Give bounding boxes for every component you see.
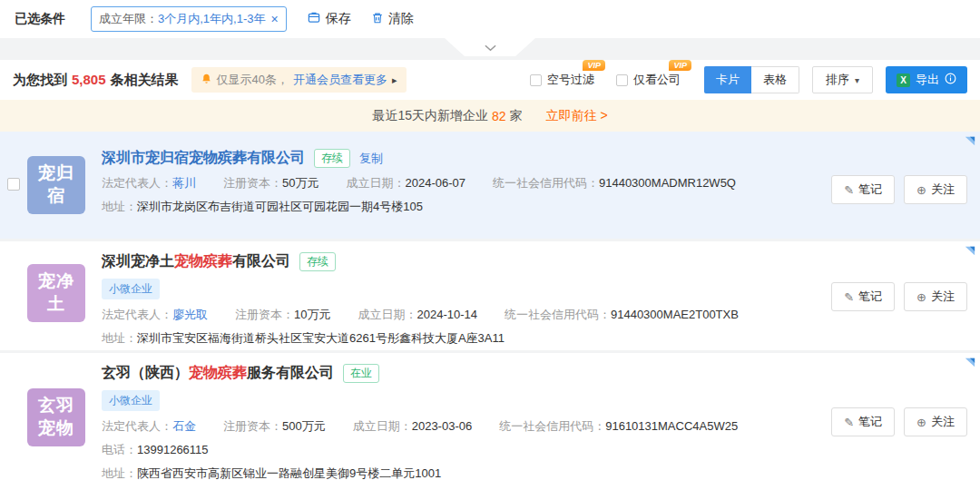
address-value: 深圳市宝安区福海街道桥头社区宝安大道6261号彤鑫科技大厦A座3A11 xyxy=(137,331,505,345)
company-info-row: 法定代表人：廖光取 注册资本：10万元 成立日期：2024-10-14 统一社会… xyxy=(102,307,739,323)
company-name-row: 深圳宠净土宠物殡葬有限公司 存续 xyxy=(102,252,739,271)
note-button[interactable]: ✎笔记 xyxy=(831,407,895,436)
reg-capital-value: 50万元 xyxy=(282,176,318,190)
company-avatar[interactable]: 宠归 宿 xyxy=(27,156,85,214)
company-only-checkbox[interactable]: 仅看公司 VIP xyxy=(616,72,681,88)
reg-capital-field: 注册资本：50万元 xyxy=(223,175,318,191)
corner-ribbon-icon[interactable] xyxy=(963,356,976,373)
results-controls: 空号过滤 VIP 仅看公司 VIP 卡片 表格 排序 ▾ X 导出 xyxy=(508,66,967,93)
est-date-field: 成立日期：2024-10-14 xyxy=(358,307,477,323)
bell-icon xyxy=(201,73,212,88)
legal-rep-link[interactable]: 石金 xyxy=(172,419,196,433)
plus-circle-icon: ⊕ xyxy=(916,183,926,197)
company-name-link[interactable]: 深圳市宠归宿宠物殡葬有限公司 xyxy=(102,149,305,168)
credit-code-field: 统一社会信用代码：91610131MACC4A5W25 xyxy=(499,418,738,435)
avatar-text: 土 xyxy=(47,293,65,316)
name-highlight: 宠物殡葬 xyxy=(174,253,232,269)
address-row: 地址：深圳市宝安区福海街道桥头社区宝安大道6261号彤鑫科技大厦A座3A11 xyxy=(102,330,739,347)
credit-code-value: 91440300MADMR12W5Q xyxy=(599,176,736,190)
company-name-row: 深圳市宠归宿宠物殡葬有限公司 存续 复制 xyxy=(102,149,736,168)
est-date-value: 2024-06-07 xyxy=(405,176,466,190)
phone-row: 电话：13991266115 xyxy=(102,442,738,458)
member-note-text: 仅显示40条， xyxy=(217,72,289,88)
status-badge: 在业 xyxy=(343,364,379,383)
credit-code-field: 统一社会信用代码：91440300MADMR12W5Q xyxy=(493,175,736,191)
plus-circle-icon: ⊕ xyxy=(916,290,926,304)
company-name-link[interactable]: 深圳宠净土宠物殡葬有限公司 xyxy=(102,252,290,271)
legal-rep-link[interactable]: 蒋川 xyxy=(172,176,196,190)
company-card: 宠净 土 深圳宠净土宠物殡葬有限公司 存续 小微企业 法定代表人：廖光取 注册资… xyxy=(0,241,980,350)
company-card-body: 深圳宠净土宠物殡葬有限公司 存续 小微企业 法定代表人：廖光取 注册资本：10万… xyxy=(102,252,739,347)
view-mode-table-button[interactable]: 表格 xyxy=(751,66,799,93)
est-date-field: 成立日期：2024-06-07 xyxy=(346,175,466,191)
legal-rep-label: 法定代表人： xyxy=(102,308,172,321)
legal-rep-link[interactable]: 廖光取 xyxy=(172,308,208,321)
address-label: 地址： xyxy=(102,200,137,213)
legal-rep-field: 法定代表人：蒋川 xyxy=(102,175,196,191)
follow-label: 关注 xyxy=(931,414,955,430)
results-summary: 为您找到 5,805 条相关结果 仅显示40条， 开通会员查看更多 ▸ xyxy=(13,67,407,93)
name-text: 深圳宠净土 xyxy=(102,253,174,269)
est-date-field: 成立日期：2023-03-06 xyxy=(353,418,473,435)
follow-button[interactable]: ⊕关注 xyxy=(904,282,967,311)
corner-ribbon-icon[interactable] xyxy=(963,244,976,261)
avatar-text: 宿 xyxy=(47,185,65,208)
status-badge: 存续 xyxy=(314,149,350,168)
micro-enterprise-tag[interactable]: 小微企业 xyxy=(102,279,160,299)
export-button[interactable]: X 导出 xyxy=(886,66,967,93)
info-circle-icon xyxy=(945,73,956,87)
clear-filter-button[interactable]: 清除 xyxy=(371,11,414,27)
note-label: 笔记 xyxy=(858,414,882,430)
company-name-link[interactable]: 玄羽（陕西）宠物殡葬服务有限公司 xyxy=(102,364,334,383)
company-avatar[interactable]: 宠净 土 xyxy=(27,264,85,322)
save-filter-button[interactable]: 保存 xyxy=(307,11,351,27)
card-action-buttons: ✎笔记 ⊕关注 xyxy=(831,282,967,311)
reg-capital-label: 注册资本： xyxy=(223,419,282,433)
result-count: 5,805 xyxy=(72,72,106,87)
save-icon xyxy=(307,11,321,27)
found-prefix: 为您找到 xyxy=(13,72,67,89)
credit-code-label: 统一社会信用代码： xyxy=(505,308,611,321)
arrow-right-icon: ▸ xyxy=(392,74,397,86)
excel-icon: X xyxy=(897,74,910,87)
credit-code-label: 统一社会信用代码： xyxy=(493,176,599,190)
filter-tag-close-icon[interactable]: × xyxy=(270,12,278,26)
collapse-panel-button[interactable] xyxy=(445,38,535,56)
avatar-text: 宠归 xyxy=(38,162,74,185)
avatar-text: 宠物 xyxy=(38,417,74,440)
company-card: 玄羽 宠物 玄羽（陕西）宠物殡葬服务有限公司 在业 小微企业 法定代表人：石金 … xyxy=(0,353,980,490)
copy-name-link[interactable]: 复制 xyxy=(359,151,383,167)
notice-unit: 家 xyxy=(510,108,523,124)
status-badge: 存续 xyxy=(299,252,336,271)
company-avatar[interactable]: 玄羽 宠物 xyxy=(27,388,85,446)
open-membership-link[interactable]: 开通会员查看更多 xyxy=(293,72,387,88)
checkbox-icon[interactable] xyxy=(616,74,628,86)
note-button[interactable]: ✎笔记 xyxy=(831,175,895,204)
go-now-link[interactable]: 立即前往 > xyxy=(546,108,608,124)
address-value: 深圳市龙岗区布吉街道可园社区可园花园一期4号楼105 xyxy=(137,200,423,213)
follow-button[interactable]: ⊕关注 xyxy=(904,175,967,204)
vip-badge: VIP xyxy=(583,60,605,71)
reg-capital-field: 注册资本：500万元 xyxy=(223,418,326,435)
micro-enterprise-tag[interactable]: 小微企业 xyxy=(102,390,160,411)
legal-rep-field: 法定代表人：廖光取 xyxy=(102,307,208,323)
view-mode-card-button[interactable]: 卡片 xyxy=(704,66,751,93)
note-button[interactable]: ✎笔记 xyxy=(831,282,895,311)
legal-rep-field: 法定代表人：石金 xyxy=(102,418,196,435)
follow-button[interactable]: ⊕关注 xyxy=(904,407,967,436)
follow-label: 关注 xyxy=(931,289,955,305)
empty-number-filter-checkbox[interactable]: 空号过滤 VIP xyxy=(530,72,594,88)
est-date-value: 2024-10-14 xyxy=(416,308,477,321)
name-text: 服务有限公司 xyxy=(247,365,334,380)
checkbox-icon[interactable] xyxy=(530,74,542,86)
sort-dropdown-button[interactable]: 排序 ▾ xyxy=(812,66,873,93)
row-select-checkbox[interactable] xyxy=(7,178,20,191)
avatar-text: 宠净 xyxy=(38,270,74,293)
corner-ribbon-icon[interactable] xyxy=(963,134,976,152)
name-highlight: 宠物殡葬 xyxy=(189,365,247,380)
filter-tag-establish-years[interactable]: 成立年限： 3个月内,1年内,1-3年 × xyxy=(91,6,287,32)
name-text: 玄羽（陕西） xyxy=(102,365,189,380)
address-row: 地址：深圳市龙岗区布吉街道可园社区可园花园一期4号楼105 xyxy=(102,199,736,215)
plus-circle-icon: ⊕ xyxy=(916,416,926,429)
view-mode-toggle: 卡片 表格 xyxy=(704,66,799,93)
